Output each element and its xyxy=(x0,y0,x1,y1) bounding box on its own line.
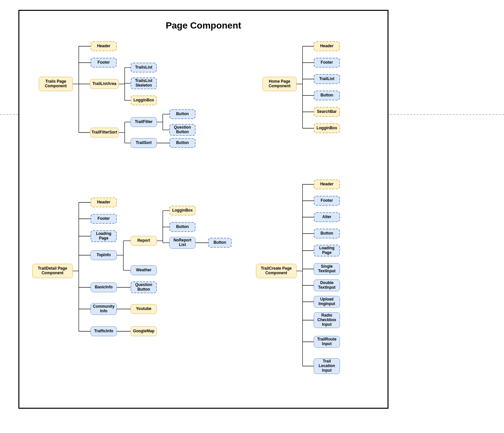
detail-googlemap: GoogleMap xyxy=(131,326,157,336)
home-traillist: TrailList xyxy=(314,74,340,84)
trails-page-root: Trails Page Component xyxy=(39,77,73,91)
trail-sort: TrailSort xyxy=(131,138,157,148)
detail-header: Header xyxy=(91,197,117,207)
home-footer: Footer xyxy=(314,58,340,68)
detail-community-info: Community Info xyxy=(91,303,117,315)
create-button: Button xyxy=(314,229,340,238)
home-button: Button xyxy=(314,91,340,100)
trail-filter: TrailFilter xyxy=(131,117,157,127)
detail-report-button: Button xyxy=(169,222,196,232)
detail-weather: Weather xyxy=(131,265,157,275)
create-alter: Alter xyxy=(314,212,340,222)
detail-noreport-button: Button xyxy=(208,238,232,248)
trailfilter-question-button: Question Button xyxy=(169,124,196,136)
detail-traffic-info: TrafficInfo xyxy=(91,326,117,336)
trails-logginbox: LogginBox xyxy=(131,95,157,105)
trails-footer: Footer xyxy=(91,58,117,68)
diagram-canvas: Page Component xyxy=(0,0,504,433)
create-loading-page: Loading Page xyxy=(314,245,340,257)
create-radio-checkbox-input: Radio Checkbox Input xyxy=(314,312,340,328)
create-header: Header xyxy=(314,179,340,189)
detail-basic-info: BasicInfo xyxy=(91,282,117,292)
detail-noreport-list: NoReport List xyxy=(169,237,196,249)
create-traillocation-input: Trail Location Input xyxy=(314,358,340,374)
detail-question-button: Question Button xyxy=(131,281,157,293)
home-logginbox: LogginBox xyxy=(314,123,340,133)
create-double-textinput: Double TextInput xyxy=(314,279,340,291)
detail-top-info: TopInfo xyxy=(91,250,117,260)
create-single-textinput: Single TextInput xyxy=(314,263,340,275)
trail-filter-sort: TrailFilterSort xyxy=(90,128,119,137)
detail-logginbox: LogginBox xyxy=(169,206,196,216)
trail-list-area: TrailListArea xyxy=(90,79,119,89)
trailfilter-button: Button xyxy=(169,109,196,119)
home-page-root: Home Page Component xyxy=(262,77,297,91)
home-searchbar: SearchBar xyxy=(314,107,340,117)
create-trailroute-input: TrailRoute Input xyxy=(314,336,340,348)
detail-youtube: Youtube xyxy=(131,304,157,314)
detail-footer: Footer xyxy=(91,214,117,224)
connectors-svg xyxy=(0,0,504,433)
trail-detail-root: TrailDetail Page Component xyxy=(32,264,73,278)
detail-loading-page: Loading Page xyxy=(91,230,117,242)
create-upload-imginput: Upload ImgInput xyxy=(314,296,340,308)
home-header: Header xyxy=(314,41,340,51)
trails-header: Header xyxy=(91,41,117,51)
trails-list-skeleton: TrailsList Skeleton xyxy=(131,77,157,89)
trails-list: TrailsList xyxy=(131,63,157,72)
trail-create-root: TrailCreate Page Component xyxy=(256,264,297,278)
create-footer: Footer xyxy=(314,196,340,206)
detail-report: Report xyxy=(131,236,157,246)
trailsort-button: Button xyxy=(169,138,196,148)
